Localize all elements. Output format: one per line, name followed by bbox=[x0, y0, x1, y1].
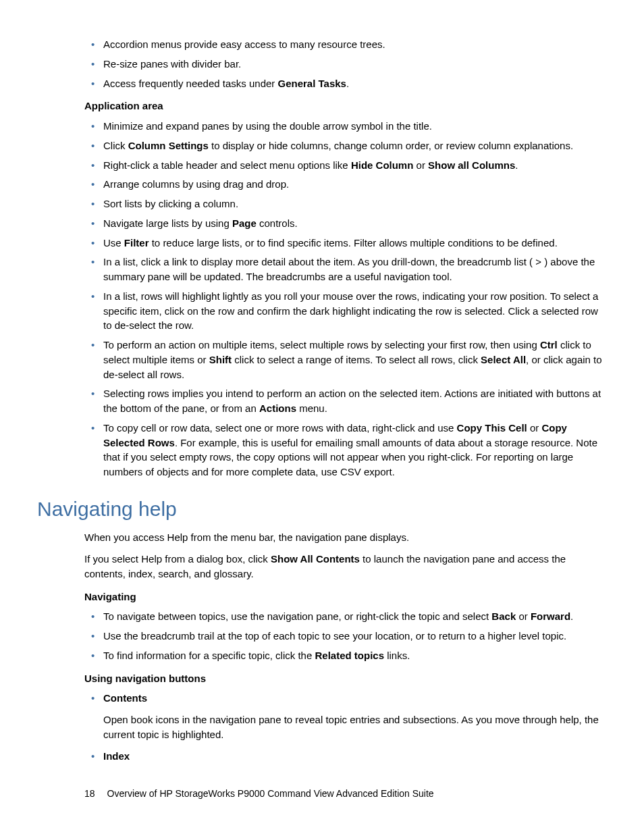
bold-text: Actions bbox=[259, 402, 296, 414]
footer-title: Overview of HP StorageWorks P9000 Comman… bbox=[107, 788, 434, 799]
text: click to select a range of items. To sel… bbox=[232, 354, 481, 365]
list-item: Use the breadcrumb trail at the top of e… bbox=[103, 629, 607, 644]
list-item: Arrange columns by using drag and drop. bbox=[103, 177, 607, 192]
text: To navigate between topics, use the navi… bbox=[103, 610, 491, 622]
application-area-list: Minimize and expand panes by using the d… bbox=[84, 119, 607, 479]
bold-text: Hide Column bbox=[351, 159, 414, 171]
text: Use bbox=[103, 237, 124, 249]
subheading-navigating: Navigating bbox=[84, 590, 607, 604]
navigation-buttons-list: Contents Open book icons in the navigati… bbox=[84, 691, 607, 763]
page-number: 18 bbox=[84, 787, 95, 800]
list-item: Index bbox=[103, 749, 607, 764]
text: If you select Help from a dialog box, cl… bbox=[84, 553, 271, 565]
document-page: Accordion menus provide easy access to m… bbox=[0, 0, 644, 834]
bold-text: Back bbox=[491, 610, 516, 622]
bold-text: Shift bbox=[209, 354, 232, 365]
bold-text: Show all Columns bbox=[428, 159, 515, 171]
text: In a list, click a link to display more … bbox=[103, 256, 595, 282]
list-item: Sort lists by clicking a column. bbox=[103, 197, 607, 211]
list-item: Use Filter to reduce large lists, or to … bbox=[103, 236, 607, 251]
list-item: Right-click a table header and select me… bbox=[103, 158, 607, 173]
text: Click bbox=[103, 140, 128, 151]
intro-list: Accordion menus provide easy access to m… bbox=[84, 37, 607, 90]
text: To perform an action on multiple items, … bbox=[103, 339, 540, 350]
text: Access frequently needed tasks under bbox=[103, 78, 278, 89]
text: or bbox=[413, 159, 428, 171]
bold-text: Index bbox=[103, 750, 130, 762]
text: Navigate large lists by using bbox=[103, 217, 232, 229]
body-content: Accordion menus provide easy access to m… bbox=[84, 37, 607, 763]
list-item: Click Column Settings to display or hide… bbox=[103, 138, 607, 153]
bold-text: Forward bbox=[531, 610, 570, 622]
list-item: To copy cell or row data, select one or … bbox=[103, 421, 607, 479]
bold-text: Page bbox=[232, 217, 257, 229]
list-item: To find information for a specific topic… bbox=[103, 648, 607, 663]
list-item: Selecting rows implies you intend to per… bbox=[103, 386, 607, 416]
text: Sort lists by clicking a column. bbox=[103, 198, 238, 209]
bold-text: Copy This Cell bbox=[457, 422, 527, 434]
text: or bbox=[516, 610, 531, 622]
list-item: Re-size panes with divider bar. bbox=[103, 57, 607, 72]
bold-text: Select All bbox=[481, 354, 526, 365]
text: Re-size panes with divider bar. bbox=[103, 58, 241, 70]
text: . bbox=[515, 159, 518, 171]
bold-text: Filter bbox=[124, 237, 149, 249]
paragraph: When you access Help from the menu bar, … bbox=[84, 530, 607, 545]
text: Use the breadcrumb trail at the top of e… bbox=[103, 630, 566, 642]
bold-text: Ctrl bbox=[540, 339, 558, 350]
bold-text: Contents bbox=[103, 692, 147, 704]
text: To find information for a specific topic… bbox=[103, 650, 315, 661]
bold-text: Column Settings bbox=[128, 140, 209, 151]
list-item: In a list, rows will highlight lightly a… bbox=[103, 289, 607, 333]
list-item: Minimize and expand panes by using the d… bbox=[103, 119, 607, 134]
text: or bbox=[527, 422, 542, 434]
list-item: To perform an action on multiple items, … bbox=[103, 338, 607, 382]
subheading-application-area: Application area bbox=[84, 99, 607, 113]
text: Arrange columns by using drag and drop. bbox=[103, 178, 289, 190]
text: In a list, rows will highlight lightly a… bbox=[103, 290, 598, 332]
navigating-list: To navigate between topics, use the navi… bbox=[84, 609, 607, 662]
paragraph: Open book icons in the navigation pane t… bbox=[103, 712, 607, 742]
bold-text: General Tasks bbox=[278, 78, 346, 89]
text: . bbox=[570, 610, 573, 622]
list-item: To navigate between topics, use the navi… bbox=[103, 609, 607, 624]
text: Right-click a table header and select me… bbox=[103, 159, 351, 171]
text: To copy cell or row data, select one or … bbox=[103, 422, 457, 434]
text: to display or hide columns, change colum… bbox=[209, 140, 573, 151]
heading-navigating-help: Navigating help bbox=[37, 494, 607, 524]
paragraph: If you select Help from a dialog box, cl… bbox=[84, 552, 607, 581]
list-item: Contents Open book icons in the navigati… bbox=[103, 691, 607, 741]
text: Minimize and expand panes by using the d… bbox=[103, 120, 432, 132]
subheading-navigation-buttons: Using navigation buttons bbox=[84, 671, 607, 686]
text: Selecting rows implies you intend to per… bbox=[103, 388, 601, 414]
list-item: Navigate large lists by using Page contr… bbox=[103, 216, 607, 231]
page-footer: 18Overview of HP StorageWorks P9000 Comm… bbox=[84, 787, 434, 800]
text: . bbox=[346, 78, 349, 89]
list-item: Access frequently needed tasks under Gen… bbox=[103, 76, 607, 91]
text: menu. bbox=[296, 402, 327, 414]
bold-text: Related topics bbox=[315, 650, 384, 661]
list-item: Accordion menus provide easy access to m… bbox=[103, 37, 607, 52]
text: links. bbox=[384, 650, 410, 661]
list-item: In a list, click a link to display more … bbox=[103, 255, 607, 284]
text: Accordion menus provide easy access to m… bbox=[103, 38, 385, 50]
text: controls. bbox=[257, 217, 298, 229]
bold-text: Show All Contents bbox=[271, 553, 360, 565]
text: to reduce large lists, or to find specif… bbox=[149, 237, 558, 249]
text: . For example, this is useful for emaili… bbox=[103, 437, 597, 478]
